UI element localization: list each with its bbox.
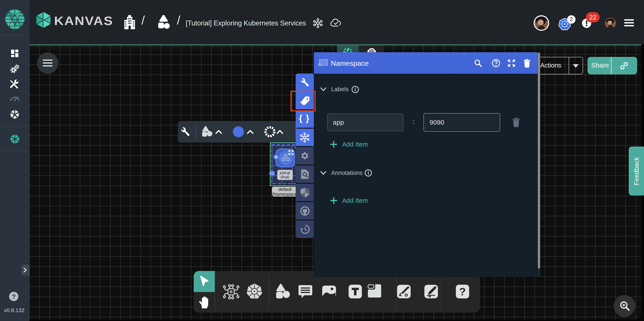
svg-text:2: 2 [570, 16, 573, 22]
svg-text:?: ? [459, 286, 466, 298]
svg-text:22: 22 [589, 14, 596, 21]
